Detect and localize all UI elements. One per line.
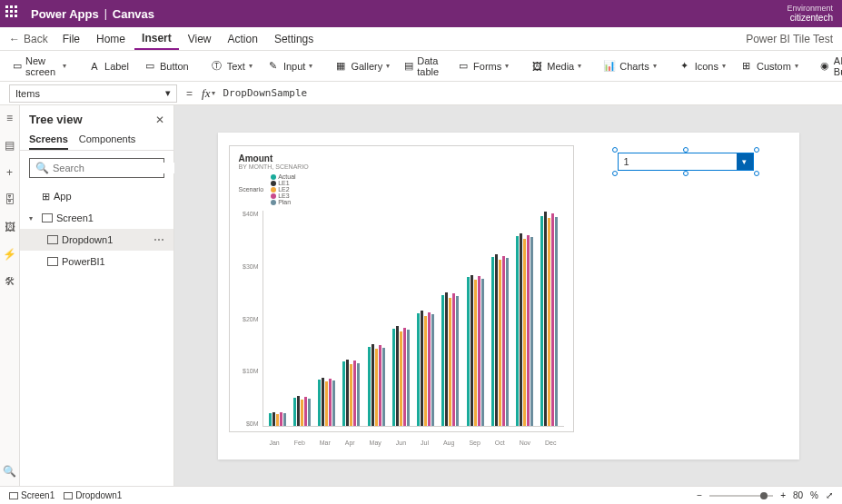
x-tick: Jul — [421, 440, 429, 446]
charts-dropdown[interactable]: 📊Charts▾ — [598, 56, 661, 76]
environment-picker[interactable]: Environment citizentech — [787, 5, 837, 24]
formula-input[interactable] — [223, 87, 833, 99]
input-dropdown[interactable]: ✎Input▾ — [262, 56, 318, 76]
bar — [449, 298, 451, 426]
zoom-thumb[interactable] — [760, 492, 768, 499]
app-icon: ⊞ — [42, 191, 50, 203]
tree-node-dropdown1[interactable]: Dropdown1 ⋯ — [20, 229, 173, 251]
rail-add-icon[interactable]: + — [3, 165, 17, 180]
bar — [502, 256, 505, 426]
close-icon[interactable]: ✕ — [155, 114, 164, 126]
custom-icon: ⊞ — [740, 60, 753, 73]
tab-components[interactable]: Components — [79, 130, 135, 150]
button-button[interactable]: ▭Button — [138, 56, 194, 76]
zoom-in-button[interactable]: + — [780, 490, 786, 500]
canvas-screen[interactable]: Amount BY MONTH, SCENARIO Scenario Actua… — [218, 133, 799, 460]
back-button[interactable]: ← Back — [9, 33, 48, 45]
breadcrumb-dropdown1[interactable]: Dropdown1 — [64, 490, 122, 500]
bar — [301, 400, 303, 426]
legend-item: Actual — [271, 173, 295, 180]
node-menu-icon[interactable]: ⋯ — [154, 233, 164, 246]
bar — [368, 347, 371, 426]
data-table-button[interactable]: ▤Data table — [399, 52, 448, 81]
custom-dropdown[interactable]: ⊞Custom▾ — [735, 56, 804, 76]
rail-tree-icon[interactable]: ▤ — [3, 138, 17, 153]
y-tick: $20M — [239, 316, 259, 322]
month-group — [441, 211, 459, 426]
tab-screens[interactable]: Screens — [29, 130, 68, 150]
input-icon: ✎ — [267, 60, 280, 73]
label-button[interactable]: ALabel — [83, 56, 134, 76]
zoom-out-button[interactable]: − — [697, 490, 702, 500]
month-group — [467, 211, 484, 426]
fx-icon: fx — [202, 86, 210, 101]
tree-node-powerbi1[interactable]: PowerBI1 — [20, 251, 173, 272]
bar — [322, 378, 324, 426]
x-tick: Nov — [520, 440, 530, 446]
bar — [371, 344, 374, 426]
tree-search[interactable]: 🔍 — [29, 158, 164, 178]
breadcrumb-screen1[interactable]: Screen1 — [9, 490, 54, 500]
chart-bars — [263, 211, 564, 427]
bar — [346, 360, 349, 426]
fx-dropdown[interactable]: ▾ — [212, 89, 215, 97]
chevron-down-icon: ▾ — [653, 62, 657, 70]
main-area: ≡ ▤ + 🗄 🖼 ⚡ 🛠 🔍 Tree view ✕ Screens Comp… — [0, 105, 842, 486]
rail-tools-icon[interactable]: 🛠 — [3, 274, 17, 289]
new-screen-button[interactable]: ▭New screen▾ — [7, 52, 72, 81]
rail-search-icon[interactable]: 🔍 — [3, 464, 17, 479]
resize-handle[interactable] — [754, 147, 759, 153]
bar — [551, 213, 554, 426]
text-icon: Ⓣ — [211, 60, 223, 73]
text-dropdown[interactable]: ⓉText▾ — [205, 56, 258, 76]
y-tick: $40M — [239, 211, 259, 217]
icons-dropdown[interactable]: ✦Icons▾ — [673, 56, 731, 76]
tree-search-input[interactable] — [53, 163, 178, 173]
bar — [297, 396, 300, 426]
bar — [506, 258, 509, 426]
zoom-slider[interactable] — [709, 495, 773, 497]
rail-flows-icon[interactable]: ⚡ — [3, 247, 17, 262]
chevron-down-icon: ▾ — [165, 87, 171, 99]
bar — [280, 412, 282, 426]
menu-file[interactable]: File — [55, 29, 87, 49]
menu-view[interactable]: View — [181, 29, 219, 49]
fit-to-screen-icon[interactable]: ⤢ — [826, 490, 833, 500]
back-arrow-icon: ← — [9, 33, 20, 45]
tree-node-app[interactable]: ⊞ App — [20, 185, 173, 207]
rail-data-icon[interactable]: 🗄 — [3, 193, 17, 207]
rail-hamburger-icon[interactable]: ≡ — [3, 111, 17, 125]
powerbi-tile[interactable]: Amount BY MONTH, SCENARIO Scenario Actua… — [229, 145, 574, 432]
menu-insert[interactable]: Insert — [134, 28, 179, 50]
property-name: Items — [15, 88, 40, 99]
forms-dropdown[interactable]: ▭Forms▾ — [451, 56, 514, 76]
canvas-area[interactable]: Amount BY MONTH, SCENARIO Scenario Actua… — [174, 105, 842, 486]
dropdown-control[interactable]: 1 ▾ — [618, 153, 754, 171]
waffle-icon[interactable] — [5, 5, 22, 22]
title-separator: | — [104, 7, 107, 20]
app-filename: Power BI Tile Test — [746, 33, 833, 45]
environment-label: Environment — [787, 5, 833, 14]
media-dropdown[interactable]: 🖼Media▾ — [525, 56, 587, 76]
menu-home[interactable]: Home — [89, 29, 133, 49]
form-icon: ▭ — [457, 60, 470, 73]
tree-title: Tree view — [29, 113, 155, 126]
screen-icon — [9, 492, 18, 499]
resize-handle[interactable] — [754, 171, 759, 176]
resize-handle[interactable] — [612, 171, 618, 176]
rail-media-icon[interactable]: 🖼 — [3, 220, 17, 234]
formula-bar: Items ▾ = fx ▾ — [0, 82, 842, 105]
zoom-percent: % — [810, 490, 818, 500]
dropdown-chevron-icon[interactable]: ▾ — [737, 153, 753, 170]
equals-sign: = — [186, 87, 193, 100]
menu-action[interactable]: Action — [221, 29, 265, 49]
gallery-dropdown[interactable]: ▦Gallery▾ — [329, 56, 395, 76]
bar — [441, 295, 444, 426]
property-selector[interactable]: Items ▾ — [9, 84, 177, 103]
resize-handle[interactable] — [683, 171, 688, 176]
menu-settings[interactable]: Settings — [267, 29, 321, 49]
tree-node-screen1[interactable]: ▾ Screen1 — [20, 207, 173, 229]
month-group — [293, 211, 311, 426]
y-tick: $30M — [239, 263, 259, 270]
ai-builder-dropdown[interactable]: ◉AI Builder▾ — [815, 52, 842, 81]
